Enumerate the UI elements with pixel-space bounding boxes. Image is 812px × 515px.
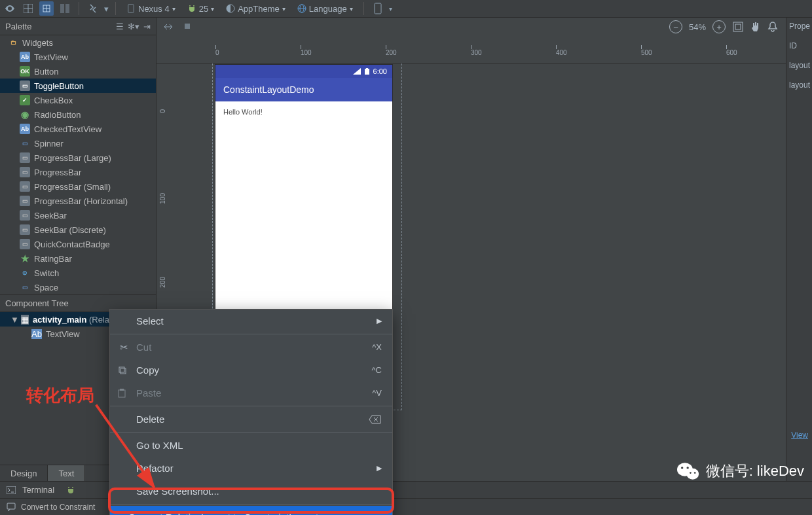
layout-icon: ▦ xyxy=(21,315,29,325)
palette-item[interactable]: ▭ProgressBar (Large) xyxy=(0,151,156,165)
ctx-cut: ✂ Cut ^X xyxy=(110,336,392,359)
palette-item[interactable]: ▭Spinner xyxy=(0,136,156,151)
palette-item[interactable]: ▭SeekBar xyxy=(0,208,156,222)
tab-design[interactable]: Design xyxy=(0,465,48,481)
widget-icon: ▭ xyxy=(20,210,30,221)
widget-icon: OK xyxy=(20,66,30,77)
zoom-out-button[interactable]: − xyxy=(669,20,682,33)
menu-icon[interactable]: ☰ xyxy=(116,22,124,31)
svg-rect-18 xyxy=(735,24,741,29)
svg-point-22 xyxy=(68,487,69,488)
palette-item[interactable]: ▭ProgressBar (Small) xyxy=(0,179,156,194)
svg-rect-17 xyxy=(733,22,743,31)
svg-rect-16 xyxy=(185,24,190,29)
view-all-link[interactable]: View xyxy=(791,431,808,440)
widget-icon: ▭ xyxy=(20,224,30,235)
svg-point-9 xyxy=(189,5,191,7)
widget-icon: ▭ xyxy=(20,282,30,293)
ctx-refactor[interactable]: Refactor ▶ xyxy=(110,457,392,480)
ctx-paste: Paste ^V xyxy=(110,382,392,404)
widget-icon: ▭ xyxy=(20,196,30,206)
expand-icon[interactable] xyxy=(163,22,174,32)
theme-selector[interactable]: AppTheme ▾ xyxy=(222,4,289,14)
ctx-select[interactable]: Select ▶ xyxy=(110,310,392,332)
pan-icon[interactable] xyxy=(750,21,761,33)
palette-item[interactable]: AbTextView xyxy=(0,50,156,64)
palette-item[interactable]: ◉RadioButton xyxy=(0,107,156,122)
palette-tree[interactable]: 🗀WidgetsAbTextViewOKButton▭ToggleButton✓… xyxy=(0,35,156,294)
svg-rect-27 xyxy=(119,390,125,397)
palette-item[interactable]: ▭Space xyxy=(0,280,156,294)
device-label: Nexus 4 xyxy=(138,4,170,14)
widget-icon: ▭ xyxy=(20,181,30,192)
svg-rect-21 xyxy=(7,486,16,494)
textview-icon: Ab xyxy=(31,329,42,339)
svg-point-30 xyxy=(686,469,699,480)
language-selector[interactable]: Language ▾ xyxy=(293,4,357,14)
svg-rect-20 xyxy=(366,68,368,69)
tab-text[interactable]: Text xyxy=(48,465,85,481)
widget-icon: ★ xyxy=(20,253,30,264)
palette-item[interactable]: ▭SeekBar (Discrete) xyxy=(0,222,156,237)
widget-icon: Ab xyxy=(20,124,30,134)
chevron-right-icon: ▶ xyxy=(377,317,382,325)
caret-down-icon: ▼ xyxy=(10,315,17,325)
ctx-copy[interactable]: Copy ^C xyxy=(110,359,392,382)
ctx-goto-xml[interactable]: Go to XML xyxy=(110,434,392,457)
zoom-level: 54% xyxy=(689,22,706,32)
palette-item[interactable]: ▭ProgressBar (Horizontal) xyxy=(0,194,156,208)
device-variant-icon[interactable] xyxy=(371,1,385,16)
widget-icon: ▭ xyxy=(20,152,30,163)
app-bar: ConstaintLayoutDemo xyxy=(215,78,392,101)
context-menu: Select ▶ ✂ Cut ^X Copy ^C Paste ^V Delet… xyxy=(109,309,393,515)
eye-icon[interactable] xyxy=(3,1,17,16)
svg-point-31 xyxy=(681,467,683,469)
center-icon[interactable] xyxy=(183,22,192,32)
palette-item[interactable]: AbCheckedTextView xyxy=(0,122,156,136)
layers-icon[interactable] xyxy=(21,1,35,16)
palette-item[interactable]: ▭ProgressBar xyxy=(0,165,156,179)
svg-point-10 xyxy=(193,5,194,7)
palette-item[interactable]: ▭ToggleButton xyxy=(0,79,156,93)
palette-item[interactable]: ⊙Switch xyxy=(0,266,156,280)
widget-icon: ◉ xyxy=(20,109,30,120)
wifi-icon xyxy=(353,68,361,75)
fit-screen-icon[interactable] xyxy=(732,21,744,33)
svg-rect-6 xyxy=(60,4,64,13)
svg-point-33 xyxy=(690,472,692,474)
svg-rect-28 xyxy=(120,389,124,391)
android-icon[interactable] xyxy=(66,486,75,495)
device-screen[interactable]: 6:00 ConstaintLayoutDemo Hello World! xyxy=(215,65,392,346)
palette-item[interactable]: ▭QuickContactBadge xyxy=(0,237,156,251)
palette-root[interactable]: 🗀Widgets xyxy=(0,35,156,50)
ctx-convert-layout[interactable]: Convert RelativeLayout to ConstraintLayo… xyxy=(110,506,392,515)
paste-icon xyxy=(118,389,130,398)
canvas-toolbar: − 54% + 0100200300400500600 xyxy=(157,18,786,63)
gear-icon[interactable]: ✻▾ xyxy=(128,22,139,31)
ctx-delete[interactable]: Delete xyxy=(110,408,392,431)
orientation-icon[interactable] xyxy=(86,1,100,16)
device-statusbar: 6:00 xyxy=(215,65,392,78)
watermark: 微信号: likeDev xyxy=(677,461,804,481)
palette-header: Palette ☰ ✻▾ ⇥ xyxy=(0,18,156,35)
battery-icon xyxy=(365,68,369,75)
palette-item[interactable]: ★RatingBar xyxy=(0,251,156,266)
api-selector[interactable]: 25 ▾ xyxy=(183,4,218,14)
bell-icon[interactable] xyxy=(767,21,778,33)
design-surface-icon[interactable] xyxy=(58,1,72,16)
terminal-label[interactable]: Terminal xyxy=(22,485,54,495)
zoom-in-button[interactable]: + xyxy=(712,20,726,33)
svg-rect-26 xyxy=(120,368,126,374)
ctx-save-screenshot[interactable]: Save Screenshot... xyxy=(110,480,392,503)
svg-rect-24 xyxy=(7,503,15,509)
app-title: ConstaintLayoutDemo xyxy=(223,84,314,95)
collapse-icon[interactable]: ⇥ xyxy=(143,22,151,31)
palette-item[interactable]: OKButton xyxy=(0,64,156,79)
blueprint-icon[interactable] xyxy=(39,1,54,16)
palette-title: Palette xyxy=(5,22,31,31)
palette-item[interactable]: ✓CheckBox xyxy=(0,93,156,107)
svg-rect-19 xyxy=(365,69,369,75)
terminal-icon[interactable] xyxy=(7,486,16,494)
device-selector[interactable]: Nexus 4 ▾ xyxy=(122,4,179,14)
prop-row: layout xyxy=(789,61,809,70)
